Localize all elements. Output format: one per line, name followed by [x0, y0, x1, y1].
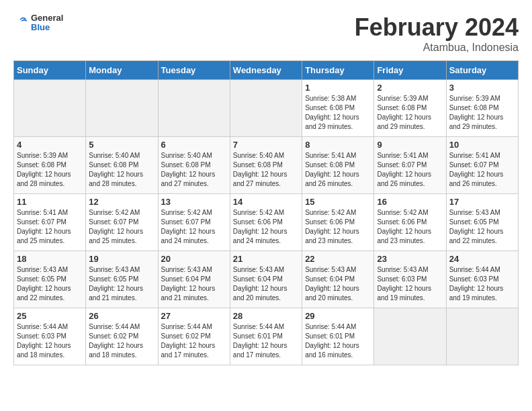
day-number: 29: [305, 311, 371, 321]
day-info: Sunrise: 5:42 AM Sunset: 6:07 PM Dayligh…: [89, 208, 154, 246]
logo-bird-icon: [13, 15, 28, 30]
day-cell: [446, 308, 518, 365]
logo-text: General Blue: [31, 13, 63, 33]
day-info: Sunrise: 5:44 AM Sunset: 6:01 PM Dayligh…: [233, 322, 299, 360]
day-info: Sunrise: 5:40 AM Sunset: 6:08 PM Dayligh…: [233, 151, 299, 189]
day-info: Sunrise: 5:44 AM Sunset: 6:02 PM Dayligh…: [89, 322, 154, 360]
day-cell: 8Sunrise: 5:41 AM Sunset: 6:08 PM Daylig…: [302, 137, 374, 194]
week-row-1: 1Sunrise: 5:38 AM Sunset: 6:08 PM Daylig…: [14, 80, 519, 137]
day-info: Sunrise: 5:43 AM Sunset: 6:04 PM Dayligh…: [233, 265, 299, 303]
day-number: 12: [89, 197, 154, 207]
day-number: 10: [449, 140, 515, 150]
day-cell: 22Sunrise: 5:43 AM Sunset: 6:04 PM Dayli…: [302, 251, 374, 308]
day-cell: 13Sunrise: 5:42 AM Sunset: 6:07 PM Dayli…: [158, 194, 230, 251]
day-cell: 1Sunrise: 5:38 AM Sunset: 6:08 PM Daylig…: [302, 80, 374, 137]
day-info: Sunrise: 5:43 AM Sunset: 6:05 PM Dayligh…: [449, 208, 515, 246]
day-cell: 29Sunrise: 5:44 AM Sunset: 6:01 PM Dayli…: [302, 308, 374, 365]
day-info: Sunrise: 5:41 AM Sunset: 6:07 PM Dayligh…: [377, 151, 443, 189]
weekday-header-saturday: Saturday: [446, 61, 518, 80]
day-number: 9: [377, 140, 443, 150]
day-cell: [14, 80, 86, 137]
logo-container: General Blue: [13, 13, 63, 33]
day-cell: 11Sunrise: 5:41 AM Sunset: 6:07 PM Dayli…: [14, 194, 86, 251]
day-number: 17: [449, 197, 515, 207]
week-row-2: 4Sunrise: 5:39 AM Sunset: 6:08 PM Daylig…: [14, 137, 519, 194]
day-info: Sunrise: 5:38 AM Sunset: 6:08 PM Dayligh…: [305, 94, 371, 132]
day-number: 22: [305, 254, 371, 264]
logo-line2: Blue: [31, 23, 63, 32]
day-info: Sunrise: 5:43 AM Sunset: 6:05 PM Dayligh…: [89, 265, 154, 303]
day-info: Sunrise: 5:39 AM Sunset: 6:08 PM Dayligh…: [377, 94, 443, 132]
day-number: 2: [377, 83, 443, 93]
day-number: 5: [89, 140, 154, 150]
day-number: 7: [233, 140, 299, 150]
day-number: 24: [449, 254, 515, 264]
day-number: 6: [161, 140, 227, 150]
calendar-table: SundayMondayTuesdayWednesdayThursdayFrid…: [13, 60, 519, 365]
day-cell: 6Sunrise: 5:40 AM Sunset: 6:08 PM Daylig…: [158, 137, 230, 194]
day-info: Sunrise: 5:43 AM Sunset: 6:04 PM Dayligh…: [305, 265, 371, 303]
weekday-header-tuesday: Tuesday: [158, 61, 230, 80]
day-number: 14: [233, 197, 299, 207]
day-cell: 20Sunrise: 5:43 AM Sunset: 6:04 PM Dayli…: [158, 251, 230, 308]
weekday-header-thursday: Thursday: [302, 61, 374, 80]
day-cell: 15Sunrise: 5:42 AM Sunset: 6:06 PM Dayli…: [302, 194, 374, 251]
calendar-body: 1Sunrise: 5:38 AM Sunset: 6:08 PM Daylig…: [14, 80, 519, 365]
day-cell: 5Sunrise: 5:40 AM Sunset: 6:08 PM Daylig…: [86, 137, 158, 194]
weekday-header-friday: Friday: [374, 61, 446, 80]
day-number: 11: [17, 197, 83, 207]
day-number: 18: [17, 254, 83, 264]
day-info: Sunrise: 5:43 AM Sunset: 6:05 PM Dayligh…: [17, 265, 83, 303]
day-number: 19: [89, 254, 154, 264]
day-cell: 3Sunrise: 5:39 AM Sunset: 6:08 PM Daylig…: [446, 80, 518, 137]
day-number: 25: [17, 311, 83, 321]
logo-line1: General: [31, 13, 63, 23]
day-cell: 2Sunrise: 5:39 AM Sunset: 6:08 PM Daylig…: [374, 80, 446, 137]
calendar-header: SundayMondayTuesdayWednesdayThursdayFrid…: [14, 61, 519, 80]
day-cell: 26Sunrise: 5:44 AM Sunset: 6:02 PM Dayli…: [86, 308, 158, 365]
day-number: 16: [377, 197, 443, 207]
calendar-subtitle: Atambua, Indonesia: [355, 42, 519, 54]
day-cell: [374, 308, 446, 365]
day-number: 3: [449, 83, 515, 93]
day-info: Sunrise: 5:40 AM Sunset: 6:08 PM Dayligh…: [89, 151, 154, 189]
day-cell: 27Sunrise: 5:44 AM Sunset: 6:02 PM Dayli…: [158, 308, 230, 365]
day-cell: 4Sunrise: 5:39 AM Sunset: 6:08 PM Daylig…: [14, 137, 86, 194]
day-number: 8: [305, 140, 371, 150]
day-info: Sunrise: 5:40 AM Sunset: 6:08 PM Dayligh…: [161, 151, 227, 189]
day-cell: [230, 80, 302, 137]
day-info: Sunrise: 5:42 AM Sunset: 6:07 PM Dayligh…: [161, 208, 227, 246]
logo: General Blue: [13, 13, 63, 33]
day-number: 20: [161, 254, 227, 264]
day-number: 13: [161, 197, 227, 207]
week-row-5: 25Sunrise: 5:44 AM Sunset: 6:03 PM Dayli…: [14, 308, 519, 365]
day-cell: 19Sunrise: 5:43 AM Sunset: 6:05 PM Dayli…: [86, 251, 158, 308]
day-info: Sunrise: 5:42 AM Sunset: 6:06 PM Dayligh…: [233, 208, 299, 246]
day-number: 23: [377, 254, 443, 264]
day-info: Sunrise: 5:44 AM Sunset: 6:01 PM Dayligh…: [305, 322, 371, 360]
day-cell: 12Sunrise: 5:42 AM Sunset: 6:07 PM Dayli…: [86, 194, 158, 251]
day-number: 1: [305, 83, 371, 93]
day-info: Sunrise: 5:43 AM Sunset: 6:04 PM Dayligh…: [161, 265, 227, 303]
day-info: Sunrise: 5:39 AM Sunset: 6:08 PM Dayligh…: [449, 94, 515, 132]
day-info: Sunrise: 5:44 AM Sunset: 6:02 PM Dayligh…: [161, 322, 227, 360]
page-header: General Blue February 2024 Atambua, Indo…: [13, 13, 519, 54]
day-info: Sunrise: 5:41 AM Sunset: 6:07 PM Dayligh…: [17, 208, 83, 246]
day-info: Sunrise: 5:42 AM Sunset: 6:06 PM Dayligh…: [377, 208, 443, 246]
day-info: Sunrise: 5:44 AM Sunset: 6:03 PM Dayligh…: [17, 322, 83, 360]
day-cell: 10Sunrise: 5:41 AM Sunset: 6:07 PM Dayli…: [446, 137, 518, 194]
day-cell: 24Sunrise: 5:44 AM Sunset: 6:03 PM Dayli…: [446, 251, 518, 308]
day-cell: [86, 80, 158, 137]
weekday-row: SundayMondayTuesdayWednesdayThursdayFrid…: [14, 61, 519, 80]
day-info: Sunrise: 5:44 AM Sunset: 6:03 PM Dayligh…: [449, 265, 515, 303]
day-number: 15: [305, 197, 371, 207]
week-row-4: 18Sunrise: 5:43 AM Sunset: 6:05 PM Dayli…: [14, 251, 519, 308]
day-number: 21: [233, 254, 299, 264]
day-cell: 18Sunrise: 5:43 AM Sunset: 6:05 PM Dayli…: [14, 251, 86, 308]
day-cell: 9Sunrise: 5:41 AM Sunset: 6:07 PM Daylig…: [374, 137, 446, 194]
day-info: Sunrise: 5:41 AM Sunset: 6:07 PM Dayligh…: [449, 151, 515, 189]
day-cell: 23Sunrise: 5:43 AM Sunset: 6:03 PM Dayli…: [374, 251, 446, 308]
day-cell: 25Sunrise: 5:44 AM Sunset: 6:03 PM Dayli…: [14, 308, 86, 365]
day-cell: 21Sunrise: 5:43 AM Sunset: 6:04 PM Dayli…: [230, 251, 302, 308]
day-cell: [158, 80, 230, 137]
